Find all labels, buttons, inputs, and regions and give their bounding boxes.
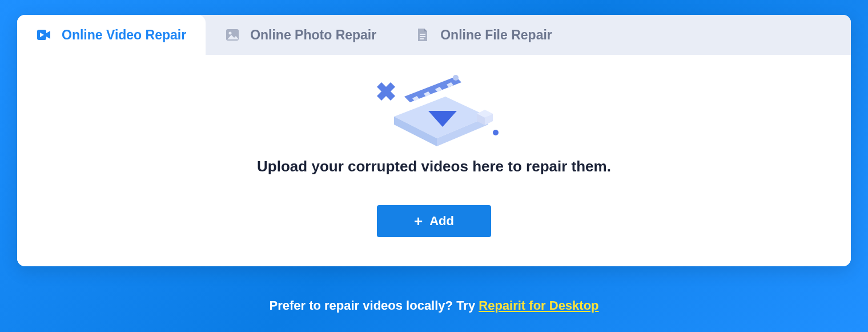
video-icon (37, 27, 51, 42)
svg-rect-4 (420, 36, 425, 37)
svg-rect-5 (420, 38, 424, 39)
tab-label: Online Photo Repair (250, 27, 376, 43)
svg-point-6 (493, 130, 499, 135)
svg-point-7 (453, 75, 459, 81)
upload-area[interactable]: Upload your corrupted videos here to rep… (17, 55, 851, 266)
photo-icon (225, 27, 240, 42)
hero-illustration (360, 65, 508, 151)
plus-icon: + (414, 214, 423, 229)
svg-point-2 (229, 32, 232, 35)
tab-file-repair[interactable]: Online File Repair (396, 15, 572, 55)
upload-message: Upload your corrupted videos here to rep… (257, 158, 611, 175)
footer-prefix: Prefer to repair videos locally? Try (269, 298, 479, 313)
tab-label: Online Video Repair (62, 27, 186, 43)
tab-bar: Online Video Repair Online Photo Repair (17, 15, 851, 55)
add-button-label: Add (429, 214, 454, 229)
svg-rect-3 (420, 34, 425, 35)
desktop-link[interactable]: Repairit for Desktop (479, 298, 598, 313)
tab-label: Online File Repair (440, 27, 552, 43)
add-button[interactable]: + Add (377, 205, 491, 237)
tab-photo-repair[interactable]: Online Photo Repair (206, 15, 396, 55)
tab-video-repair[interactable]: Online Video Repair (17, 15, 206, 55)
footer-text: Prefer to repair videos locally? Try Rep… (269, 298, 598, 313)
file-icon (415, 27, 430, 42)
main-panel: Online Video Repair Online Photo Repair (17, 15, 851, 266)
